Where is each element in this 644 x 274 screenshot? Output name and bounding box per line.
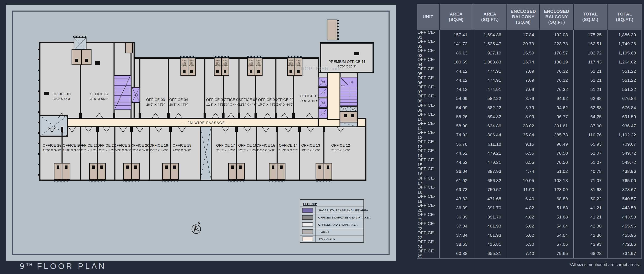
- table-cell: 37.34: [440, 231, 473, 240]
- table-cell: 4.82: [507, 212, 540, 222]
- column-header: AREA (SQ.M): [440, 4, 473, 30]
- table-cell: 40.78: [574, 167, 608, 176]
- table-cell: 43.82: [440, 194, 473, 203]
- table-cell: 57.05: [540, 240, 574, 249]
- room-name: OFFICE 21: [114, 143, 132, 147]
- pantry-label: PANTRY: [182, 65, 187, 67]
- unit-cell: OFFICE-06: [417, 76, 440, 85]
- table-cell: 549.72: [608, 149, 642, 158]
- table-cell: 455.96: [608, 222, 642, 231]
- north-compass: [191, 223, 201, 234]
- legend-item-label: OFFICES AND SHOPS AREA: [318, 223, 358, 226]
- room-dims: 19'6" X 37'0": [302, 148, 320, 152]
- table-cell: 474.91: [473, 85, 507, 94]
- table-row: OFFICE-1444.52479.216.5570.5051.07549.72: [417, 149, 642, 158]
- table-cell: 62.88: [574, 103, 608, 112]
- table-cell: 878.67: [608, 185, 642, 194]
- table-cell: 8.99: [507, 112, 540, 121]
- table-body: OFFICE-01157.411,694.3617.84192.03175.25…: [417, 30, 642, 259]
- legend-item-label: PASSAGES: [319, 237, 335, 241]
- unit-cell: OFFICE-19: [417, 194, 440, 203]
- table-cell: 43.93: [574, 240, 608, 249]
- pantry-label: COLD: [190, 63, 194, 65]
- table-cell: 51.02: [540, 167, 574, 176]
- legend-swatch: [302, 230, 313, 234]
- table-row: OFFICE-2036.39391.704.8251.8841.21443.58: [417, 203, 642, 213]
- table-cell: 56.78: [440, 140, 473, 149]
- pantry-label: FOR: [224, 61, 226, 63]
- table-cell: 455.96: [608, 231, 642, 240]
- room-name: OFFICE 14: [279, 143, 298, 147]
- table-cell: 70.50: [540, 149, 574, 158]
- table-header-row: UNITAREA (SQ.M)AREA (SQ.FT.)ENCLOSED BAL…: [417, 4, 642, 30]
- area-table: UNITAREA (SQ.M)AREA (SQ.FT.)ENCLOSED BAL…: [417, 4, 642, 259]
- table-cell: 44.52: [440, 158, 473, 167]
- pantry-label: FOR: [257, 61, 260, 63]
- table-cell: 36.39: [440, 203, 473, 213]
- room-dims: 12'9" X 37'0": [97, 148, 116, 152]
- table-cell: 471.68: [473, 194, 507, 203]
- room-dims: 21'0" X 37'0": [216, 148, 235, 152]
- table-cell: 7.09: [507, 67, 540, 76]
- table-cell: 709.67: [608, 140, 642, 149]
- table-row: OFFICE-1158.98634.8628.02301.6187.00936.…: [417, 121, 642, 131]
- room-name: OFFICE 18: [172, 143, 192, 147]
- table-cell: 36.39: [440, 212, 473, 222]
- table-row: OFFICE-04100.691,083.8316.74180.19117.43…: [417, 58, 642, 67]
- table-cell: 50.22: [574, 194, 608, 203]
- table-cell: 676.84: [608, 94, 642, 103]
- table-cell: 110.76: [574, 131, 608, 140]
- table-row: OFFICE-1544.52479.216.5570.5051.07549.72: [417, 158, 642, 167]
- table-cell: 9.15: [507, 140, 540, 149]
- room-dims: 12'3" X 37'0": [114, 148, 132, 152]
- core-passage: [328, 72, 340, 119]
- table-cell: 28.02: [507, 121, 540, 131]
- table-cell: 51.21: [574, 76, 608, 85]
- table-cell: 472.86: [608, 240, 642, 249]
- svg-text:DN: DN: [341, 84, 345, 87]
- plan-legend: LEGEND: SHOPS STAIRCASE AND LIFT AREA OF…: [300, 200, 371, 242]
- table-cell: 55.26: [440, 112, 473, 121]
- table-row: OFFICE-2438.63415.815.3057.0543.93472.86: [417, 240, 642, 249]
- room-name: OFFICE 06: [222, 98, 240, 102]
- table-cell: 582.22: [473, 103, 507, 112]
- table-cell: 401.93: [473, 222, 507, 231]
- table-row: OFFICE-2136.39391.704.8251.8841.21443.58: [417, 212, 642, 222]
- room-dims: 15'6" X 44'6": [300, 99, 319, 102]
- table-cell: 36.04: [440, 167, 473, 176]
- unit-cell: OFFICE-14: [417, 149, 440, 158]
- table-cell: 51.21: [574, 85, 608, 94]
- table-cell: 68.28: [574, 249, 608, 258]
- unit-cell: OFFICE-16: [417, 167, 440, 176]
- table-cell: 7.09: [507, 85, 540, 94]
- table-cell: 58.98: [440, 121, 473, 131]
- room-name: OFFICE 19: [149, 143, 168, 147]
- table-row: OFFICE-01157.411,694.3617.84192.03175.25…: [417, 30, 642, 39]
- table-cell: 936.47: [608, 121, 642, 131]
- table-cell: 415.81: [473, 240, 507, 249]
- lift-label: LIFT: [321, 102, 325, 104]
- table-cell: 6.55: [507, 149, 540, 158]
- table-cell: 79.65: [540, 249, 574, 258]
- table-cell: 98.49: [540, 140, 574, 149]
- table-cell: 401.93: [473, 231, 507, 240]
- pantry-label: SPACE: [216, 59, 220, 61]
- table-cell: 41.21: [574, 203, 608, 213]
- table-cell: 1,083.83: [473, 58, 507, 67]
- table-cell: 734.97: [608, 249, 642, 258]
- table-cell: 474.91: [473, 67, 507, 76]
- room-dims: 12'3" X 37'0": [130, 148, 149, 152]
- floor-plan-drawing: UP DN: [6, 4, 396, 261]
- table-cell: 60.88: [440, 249, 473, 258]
- pantry-label: COLD: [182, 63, 186, 65]
- table-cell: 108.18: [540, 176, 574, 185]
- table-cell: 54.04: [540, 231, 574, 240]
- table-cell: 54.04: [540, 222, 574, 231]
- table-cell: 443.58: [608, 212, 642, 222]
- svg-text:UP: UP: [350, 81, 353, 84]
- table-cell: 61.02: [440, 176, 473, 185]
- table-cell: 68.89: [540, 194, 574, 203]
- premium-office-name: PREMIUM OFFICE 11: [328, 60, 366, 64]
- legend-title: LEGEND:: [303, 202, 317, 206]
- table-row: OFFICE-0544.12474.917.0976.3251.21551.22: [417, 67, 642, 76]
